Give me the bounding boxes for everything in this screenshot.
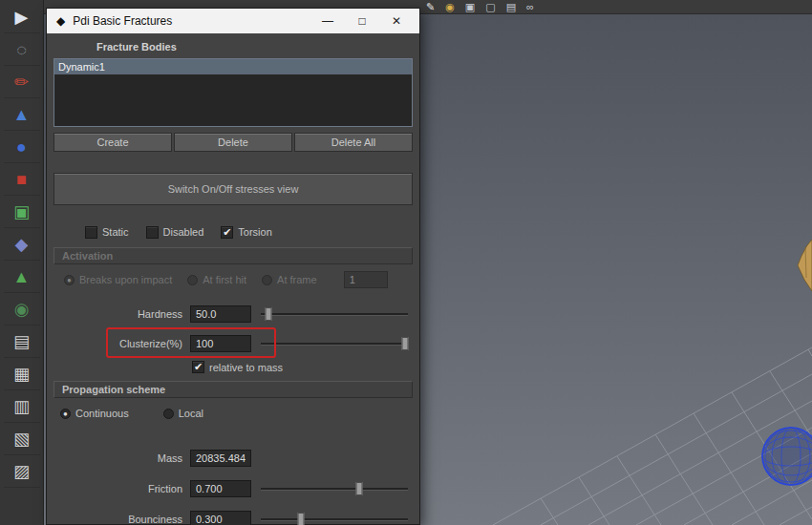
select-tool-icon: ▶ xyxy=(15,9,29,26)
top-toolbar-icons: ✎ ◉ ▣ ▢ ▤ ∞ xyxy=(426,1,534,13)
checkbox-label: relative to mass xyxy=(209,362,283,373)
slider-handle[interactable] xyxy=(297,513,304,525)
paint-brush-icon: ✏ xyxy=(14,74,29,91)
lasso-tool-button[interactable]: ◌ xyxy=(4,33,40,66)
bounciness-input[interactable] xyxy=(190,511,251,525)
fracture-paint-icon: ▲ xyxy=(13,106,31,123)
create-button[interactable]: Create xyxy=(53,133,172,152)
hardness-input[interactable] xyxy=(190,305,251,323)
relative-to-mass-row: ✔ relative to mass xyxy=(192,361,419,375)
emitter-icon: ▲ xyxy=(13,268,31,285)
layer-stack-button[interactable]: ▤ xyxy=(4,326,40,358)
dialog-content: Fracture Bodies Dynamic1 Create Delete D… xyxy=(47,33,419,525)
radio-dot: ● xyxy=(67,276,72,284)
mesh-panel-button[interactable]: ▨ xyxy=(4,455,40,488)
mesh-panel-icon: ▨ xyxy=(13,463,30,480)
cube-tool-button[interactable]: ■ xyxy=(4,163,40,196)
projectile-icon: ◆ xyxy=(15,236,29,253)
link-icon[interactable]: ∞ xyxy=(526,1,534,13)
checkbox-box: ✔ xyxy=(192,361,204,373)
window-title: Pdi Basic Fractures xyxy=(73,14,310,28)
lattice-icon: ▣ xyxy=(13,203,30,220)
hardness-slider[interactable] xyxy=(261,306,408,322)
radio-circle xyxy=(262,275,272,285)
lattice-tool-button[interactable]: ▣ xyxy=(4,196,40,228)
projectile-tool-button[interactable]: ◆ xyxy=(4,228,40,261)
tool-shelf: ▶ ◌ ✏ ▲ ● ■ ▣ ◆ ▲ ◉ ▤ ▦ ▥ ▧ ▨ xyxy=(0,0,44,525)
radio-label: Continuous xyxy=(75,408,129,419)
bounciness-label: Bounciness xyxy=(47,514,190,525)
globe-tool-button[interactable]: ◉ xyxy=(4,293,40,326)
checkbox-label: Torsion xyxy=(238,226,271,238)
grid-panel-icon: ▦ xyxy=(13,366,30,383)
maximize-button[interactable]: □ xyxy=(345,10,379,32)
activation-radio-row: ● Breaks upon impact At first hit At fra… xyxy=(64,270,419,289)
fracture-paint-tool-button[interactable]: ▲ xyxy=(4,98,40,131)
select-tool-button[interactable]: ▶ xyxy=(4,1,40,33)
at-frame-radio[interactable]: At frame xyxy=(262,274,317,285)
list-panel-icon: ▥ xyxy=(13,398,30,415)
continuous-radio[interactable]: ● Continuous xyxy=(60,408,129,419)
title-bar[interactable]: ◆ Pdi Basic Fractures — □ ✕ xyxy=(47,9,419,33)
friction-input[interactable] xyxy=(190,480,251,497)
hatch-panel-button[interactable]: ▧ xyxy=(4,423,40,455)
breaks-upon-impact-radio[interactable]: ● Breaks upon impact xyxy=(64,274,172,285)
delete-all-button[interactable]: Delete All xyxy=(294,133,413,152)
sphere-tool-button[interactable]: ● xyxy=(4,131,40,163)
list-panel-button[interactable]: ▥ xyxy=(4,390,40,423)
globe-icon: ◉ xyxy=(14,301,30,318)
hardness-label: Hardness xyxy=(47,308,190,320)
hatch-panel-icon: ▧ xyxy=(13,430,30,448)
at-frame-input[interactable] xyxy=(344,271,388,288)
paint-brush-tool-button[interactable]: ✏ xyxy=(4,66,40,98)
flags-row: Static Disabled ✔ Torsion xyxy=(85,224,419,240)
radio-dot: ● xyxy=(63,410,68,418)
clusterize-input[interactable] xyxy=(190,335,251,352)
render-node-icon[interactable]: ◉ xyxy=(445,1,455,13)
grid-panel-button[interactable]: ▦ xyxy=(4,358,40,390)
torsion-checkbox[interactable]: ✔ Torsion xyxy=(221,226,271,239)
close-button[interactable]: ✕ xyxy=(379,10,414,32)
checkbox-box xyxy=(146,226,159,239)
bounciness-slider[interactable] xyxy=(261,512,408,525)
switch-stresses-view-button[interactable]: Switch On/Off stresses view xyxy=(53,173,413,205)
fracture-bodies-label: Fracture Bodies xyxy=(96,39,419,54)
panel-icon[interactable]: ▣ xyxy=(465,1,475,13)
propagation-scheme-header: Propagation scheme xyxy=(53,381,413,398)
layout-icon[interactable]: ▢ xyxy=(485,1,495,13)
relative-to-mass-checkbox[interactable]: ✔ relative to mass xyxy=(192,361,419,373)
sphere-icon: ● xyxy=(16,138,27,156)
at-first-hit-radio[interactable]: At first hit xyxy=(187,274,246,285)
radio-label: Local xyxy=(179,408,203,419)
checkmark-icon: ✔ xyxy=(223,227,231,238)
friction-slider[interactable] xyxy=(261,481,408,496)
layer-stack-icon: ▤ xyxy=(13,333,30,350)
delete-button[interactable]: Delete xyxy=(174,133,292,152)
friction-row: Friction xyxy=(47,479,419,498)
layers-panel-icon[interactable]: ▤ xyxy=(506,1,516,13)
mass-input[interactable] xyxy=(190,450,251,467)
hardness-row: Hardness xyxy=(47,304,419,324)
bounciness-row: Bounciness xyxy=(47,510,419,525)
mass-row: Mass xyxy=(47,449,419,468)
clusterize-slider[interactable] xyxy=(261,336,408,351)
radio-label: Breaks upon impact xyxy=(79,274,172,285)
slider-handle[interactable] xyxy=(356,482,363,495)
local-radio[interactable]: Local xyxy=(163,408,203,419)
list-item[interactable]: Dynamic1 xyxy=(54,59,412,74)
static-checkbox[interactable]: Static xyxy=(85,226,129,239)
pen-icon[interactable]: ✎ xyxy=(426,1,435,13)
wireframe-sphere[interactable] xyxy=(762,428,812,485)
slider-handle[interactable] xyxy=(401,337,408,350)
radio-circle xyxy=(163,409,174,419)
fracture-bodies-list[interactable]: Dynamic1 xyxy=(53,58,413,127)
list-actions: Create Delete Delete All xyxy=(53,133,413,152)
clusterize-label: Clusterize(%) xyxy=(47,338,190,349)
radio-circle xyxy=(187,275,198,285)
disabled-checkbox[interactable]: Disabled xyxy=(146,226,204,239)
slider-handle[interactable] xyxy=(265,307,271,321)
emitter-tool-button[interactable]: ▲ xyxy=(4,261,40,293)
minimize-button[interactable]: — xyxy=(310,10,345,32)
checkbox-box xyxy=(85,226,97,239)
radio-label: At frame xyxy=(277,274,317,285)
